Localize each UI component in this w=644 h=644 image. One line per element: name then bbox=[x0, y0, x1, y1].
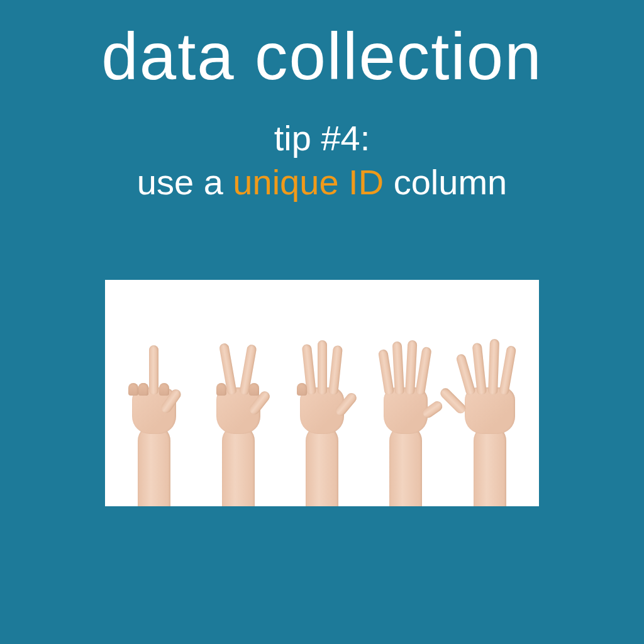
hand-three-icon bbox=[287, 330, 357, 506]
tip-subtitle: tip #4: use a unique ID column bbox=[137, 116, 507, 204]
tip-number-line: tip #4: bbox=[274, 118, 370, 158]
hand-five-icon bbox=[455, 330, 525, 506]
hand-four-icon bbox=[371, 330, 440, 506]
tip-text-pre: use a bbox=[137, 162, 233, 202]
hand-one-icon bbox=[119, 330, 189, 506]
page-title: data collection bbox=[101, 19, 542, 94]
tip-text-post: column bbox=[384, 162, 507, 202]
hands-counting-image bbox=[105, 280, 539, 506]
tip-text-accent: unique ID bbox=[233, 162, 384, 202]
hand-two-icon bbox=[204, 330, 273, 506]
